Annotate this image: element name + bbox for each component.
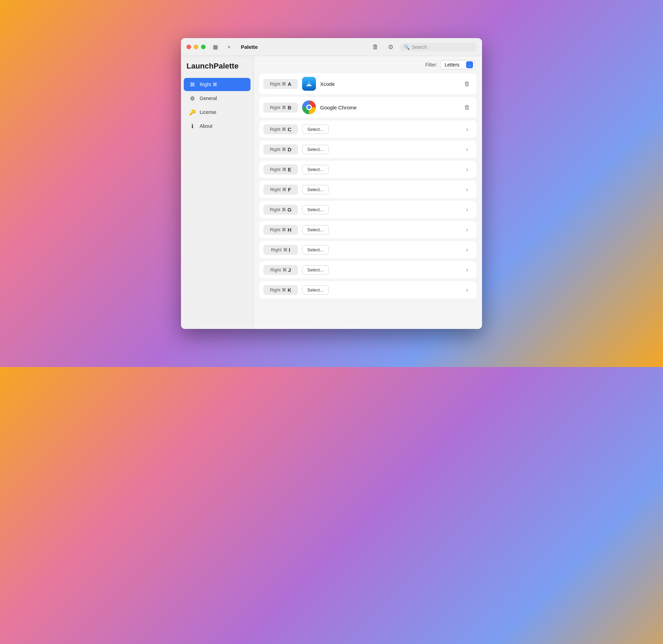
table-row: Right ⌘ G Select... › bbox=[259, 201, 476, 218]
maximize-button[interactable] bbox=[201, 45, 206, 49]
right-modifier: Right bbox=[270, 287, 280, 293]
app-name: LaunchPalette bbox=[181, 62, 253, 78]
key-letter: H bbox=[288, 227, 291, 233]
cmd-symbol: ⌘ bbox=[282, 267, 287, 272]
right-modifier: Right bbox=[270, 187, 281, 192]
chevron-right-icon-c[interactable]: › bbox=[462, 124, 472, 134]
gear-icon: ⚙ bbox=[189, 95, 196, 102]
shortcut-key-j: Right ⌘ J bbox=[263, 265, 298, 275]
right-modifier: Right bbox=[270, 81, 280, 87]
right-modifier: Right bbox=[270, 267, 281, 272]
close-button[interactable] bbox=[187, 45, 191, 49]
sidebar-item-label-license: License bbox=[200, 109, 216, 115]
app-area-h: Select... bbox=[302, 225, 458, 234]
right-modifier: Right bbox=[270, 167, 280, 172]
cmd-icon: ⌘ bbox=[189, 81, 196, 88]
filter-select[interactable]: Letters Numbers All bbox=[440, 60, 475, 69]
sidebar-item-right-cmd[interactable]: ⌘ Right ⌘ bbox=[184, 78, 251, 91]
sidebar: LaunchPalette ⌘ Right ⌘ ⚙ General 🔑 Lice… bbox=[181, 56, 254, 329]
table-row: Right ⌘ I Select... › bbox=[259, 241, 476, 258]
sidebar-toggle-button[interactable]: ▦ bbox=[210, 42, 220, 52]
select-button-f[interactable]: Select... bbox=[302, 185, 329, 194]
shortcut-key-g: Right ⌘ G bbox=[263, 205, 298, 215]
main-content: LaunchPalette ⌘ Right ⌘ ⚙ General 🔑 Lice… bbox=[181, 56, 482, 329]
select-button-g[interactable]: Select... bbox=[302, 205, 329, 214]
table-row: Right ⌘ D Select... › bbox=[259, 141, 476, 158]
window-title: Palette bbox=[234, 44, 370, 50]
key-letter: G bbox=[288, 207, 292, 213]
chevron-right-icon-j[interactable]: › bbox=[462, 265, 472, 275]
sidebar-item-general[interactable]: ⚙ General bbox=[184, 92, 251, 105]
app-name-xcode: Xcode bbox=[320, 81, 335, 87]
cmd-symbol: ⌘ bbox=[282, 287, 286, 293]
app-area-i: Select... bbox=[302, 245, 458, 254]
cmd-symbol: ⌘ bbox=[283, 247, 288, 252]
cmd-symbol: ⌘ bbox=[282, 127, 286, 132]
key-letter: D bbox=[288, 146, 291, 152]
filter-select-container: Letters Numbers All ⌄ bbox=[440, 60, 475, 69]
sidebar-item-label-about: About bbox=[200, 123, 212, 129]
titlebar-controls: ▦ + bbox=[210, 42, 234, 52]
search-input[interactable] bbox=[412, 44, 473, 50]
key-letter: K bbox=[288, 287, 291, 293]
chrome-app-icon bbox=[302, 100, 316, 114]
cmd-symbol: ⌘ bbox=[282, 105, 286, 110]
delete-row-button-b[interactable]: 🗑 bbox=[462, 102, 472, 113]
chevron-right-icon-d[interactable]: › bbox=[462, 144, 472, 154]
app-info-chrome: Google Chrome bbox=[302, 100, 357, 114]
delete-row-button-a[interactable]: 🗑 bbox=[462, 79, 472, 89]
table-row: Right ⌘ E Select... › bbox=[259, 161, 476, 178]
key-letter: F bbox=[288, 187, 291, 193]
select-button-c[interactable]: Select... bbox=[302, 125, 329, 134]
key-letter: E bbox=[288, 167, 291, 172]
minimize-button[interactable] bbox=[194, 45, 198, 49]
shortcut-key-d: Right ⌘ D bbox=[263, 144, 298, 154]
select-button-h[interactable]: Select... bbox=[302, 225, 329, 234]
app-window: ▦ + Palette 🗑 ⚙ 🔍 LaunchPalette ⌘ Right … bbox=[181, 38, 482, 329]
select-button-j[interactable]: Select... bbox=[302, 265, 329, 275]
titlebar-right: 🗑 ⚙ 🔍 bbox=[370, 42, 476, 53]
app-name-chrome: Google Chrome bbox=[320, 105, 357, 110]
key-icon: 🔑 bbox=[189, 108, 196, 116]
shortcut-key-k: Right ⌘ K bbox=[263, 285, 298, 295]
table-row: Right ⌘ C Select... › bbox=[259, 120, 476, 138]
sidebar-item-license[interactable]: 🔑 License bbox=[184, 106, 251, 119]
table-row: Right ⌘ F Select... › bbox=[259, 181, 476, 198]
right-modifier: Right bbox=[271, 247, 281, 252]
app-area-k: Select... bbox=[302, 285, 458, 295]
table-row: Right ⌘ H Select... › bbox=[259, 221, 476, 238]
app-area-b: Google Chrome bbox=[302, 100, 458, 114]
sidebar-item-label-general: General bbox=[200, 96, 217, 101]
sidebar-item-about[interactable]: ℹ About bbox=[184, 119, 251, 133]
cmd-symbol: ⌘ bbox=[282, 227, 286, 232]
chevron-right-icon-g[interactable]: › bbox=[462, 204, 472, 215]
right-panel: Filter: Letters Numbers All ⌄ Right ⌘ bbox=[254, 56, 482, 329]
add-button[interactable]: + bbox=[224, 42, 234, 52]
cmd-symbol: ⌘ bbox=[282, 187, 287, 192]
cmd-symbol: ⌘ bbox=[282, 167, 287, 172]
delete-button[interactable]: 🗑 bbox=[370, 42, 381, 53]
app-area-d: Select... bbox=[302, 145, 458, 154]
right-modifier: Right bbox=[270, 207, 280, 212]
select-button-e[interactable]: Select... bbox=[302, 165, 329, 174]
right-modifier: Right bbox=[270, 105, 280, 110]
shortcut-key-e: Right ⌘ E bbox=[263, 164, 298, 175]
search-bar[interactable]: 🔍 bbox=[400, 43, 476, 51]
select-button-d[interactable]: Select... bbox=[302, 145, 329, 154]
search-icon: 🔍 bbox=[404, 44, 410, 50]
shortcut-list: Right ⌘ A Xcode bbox=[254, 73, 482, 329]
chevron-right-icon-i[interactable]: › bbox=[462, 244, 472, 255]
table-row: Right ⌘ B Google Chrome 🗑 bbox=[259, 97, 476, 118]
chevron-right-icon-k[interactable]: › bbox=[462, 285, 472, 295]
shortcut-key-h: Right ⌘ H bbox=[263, 225, 298, 235]
chevron-right-icon-h[interactable]: › bbox=[462, 224, 472, 235]
settings-button[interactable]: ⚙ bbox=[385, 42, 396, 53]
right-modifier: Right bbox=[270, 227, 280, 232]
shortcut-key-a: Right ⌘ A bbox=[263, 79, 298, 89]
chevron-right-icon-e[interactable]: › bbox=[462, 164, 472, 175]
chevron-right-icon-f[interactable]: › bbox=[462, 184, 472, 195]
select-button-k[interactable]: Select... bbox=[302, 285, 329, 295]
select-button-i[interactable]: Select... bbox=[302, 245, 329, 254]
shortcut-key-c: Right ⌘ C bbox=[263, 124, 298, 134]
app-area-a: Xcode bbox=[302, 77, 458, 91]
